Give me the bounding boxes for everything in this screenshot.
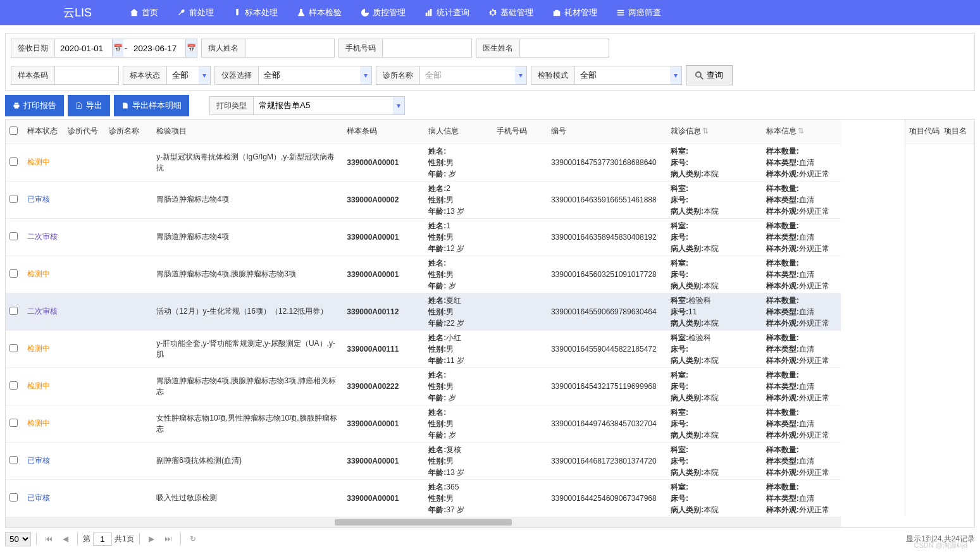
col-item-code[interactable]: 项目代码 bbox=[905, 120, 940, 144]
barcode-input[interactable] bbox=[55, 66, 118, 84]
row-checkbox[interactable] bbox=[9, 381, 18, 390]
last-page-button[interactable]: ⏭ bbox=[161, 532, 175, 546]
row-checkbox[interactable] bbox=[9, 157, 18, 166]
cell-visit-info: 科室:检验科床号:病人类别:本院 bbox=[667, 330, 762, 367]
row-checkbox[interactable] bbox=[9, 232, 18, 240]
date-label: 签收日期 bbox=[11, 39, 55, 57]
nav-preprocess[interactable]: 前处理 bbox=[177, 7, 214, 18]
table-scroll[interactable]: 样本状态 诊所代号 诊所名称 检验项目 样本条码 病人信息 手机号码 编号 就诊… bbox=[6, 120, 841, 527]
barchart-icon bbox=[425, 8, 433, 17]
row-checkbox[interactable] bbox=[9, 419, 18, 427]
doctor-input[interactable] bbox=[520, 39, 609, 57]
top-nav: 云LIS 首页 前处理 标本处理 样本检验 质控管理 统计查询 基础管理 耗材管… bbox=[0, 0, 980, 25]
patient-name-input[interactable] bbox=[245, 39, 334, 57]
briefcase-icon bbox=[552, 8, 561, 17]
col-clinic-code[interactable]: 诊所代号 bbox=[64, 120, 105, 144]
cell-clinic-code bbox=[64, 218, 105, 255]
col-visit-info[interactable]: 就诊信息⇅ bbox=[667, 120, 762, 144]
cell-sample-info: 样本数量:样本类型:血清样本外观:外观正常 bbox=[762, 405, 841, 442]
first-page-button[interactable]: ⏮ bbox=[42, 532, 56, 546]
table-row[interactable]: 二次审核活动（12月）y-生化常规（16项）（12.12抵用券）339000A0… bbox=[6, 293, 841, 330]
nav-consumable[interactable]: 耗材管理 bbox=[552, 7, 597, 18]
page-size-select[interactable]: 50 bbox=[5, 532, 31, 546]
cell-clinic-code bbox=[64, 144, 105, 181]
search-icon bbox=[695, 71, 704, 80]
nav-specimen[interactable]: 标本处理 bbox=[233, 7, 278, 18]
cell-test-item: y-肝功能全套,y-肾功能常规测定,y-尿酸测定（UA）,y-肌 bbox=[152, 330, 343, 367]
row-checkbox[interactable] bbox=[9, 307, 18, 315]
filter-bar: 签收日期 📅 - 📅 病人姓名 手机号码 医生姓名 样本条码 标本状态 ▾ 仪器… bbox=[5, 33, 975, 91]
calendar-icon[interactable]: 📅 bbox=[185, 39, 197, 57]
instrument-select[interactable] bbox=[259, 66, 360, 84]
select-all-checkbox[interactable] bbox=[9, 126, 18, 135]
row-checkbox[interactable] bbox=[9, 269, 18, 278]
print-report-button[interactable]: 打印报告 bbox=[5, 95, 64, 116]
row-checkbox[interactable] bbox=[9, 493, 18, 502]
table-row[interactable]: 已审核吸入性过敏原检测339000A00001姓名:365性别:男年龄:37 岁… bbox=[6, 479, 841, 517]
chevron-down-icon[interactable]: ▾ bbox=[393, 97, 404, 114]
cell-clinic-name bbox=[105, 293, 152, 330]
row-checkbox[interactable] bbox=[9, 195, 18, 203]
col-item-name[interactable]: 项目名 bbox=[940, 120, 974, 144]
col-patient-info[interactable]: 病人信息 bbox=[425, 120, 493, 144]
nav-basic[interactable]: 基础管理 bbox=[488, 7, 533, 18]
cell-visit-info: 科室:床号:病人类别:本院 bbox=[667, 181, 762, 218]
sort-icon: ⇅ bbox=[702, 126, 709, 135]
cell-phone bbox=[493, 218, 547, 255]
chevron-down-icon[interactable]: ▾ bbox=[199, 66, 210, 84]
table-row[interactable]: 检测中y-新型冠状病毒抗体检测（IgG/IgM）,y-新型冠状病毒抗339000… bbox=[6, 144, 841, 181]
cell-number: 3390001646359166551461888 bbox=[547, 181, 667, 218]
cell-status: 已审核 bbox=[23, 181, 65, 218]
horizontal-scrollbar[interactable] bbox=[6, 517, 841, 527]
table-row[interactable]: 检测中胃肠道肿瘤标志物4项,胰腺肿瘤标志物3项,肺癌相关标志339000A002… bbox=[6, 367, 841, 405]
table-row[interactable]: 已审核副肿瘤6项抗体检测(血清)339000A00001姓名:复核性别:男年龄:… bbox=[6, 442, 841, 479]
col-sample-info[interactable]: 标本信息⇅ bbox=[762, 120, 841, 144]
col-clinic-name[interactable]: 诊所名称 bbox=[105, 120, 152, 144]
col-number[interactable]: 编号 bbox=[547, 120, 667, 144]
chevron-down-icon[interactable]: ▾ bbox=[360, 66, 371, 84]
prev-page-button[interactable]: ◀ bbox=[58, 532, 72, 546]
mode-select[interactable] bbox=[575, 66, 670, 84]
date-to-input[interactable] bbox=[128, 39, 185, 57]
nav-stats[interactable]: 统计查询 bbox=[425, 7, 469, 18]
nav-home[interactable]: 首页 bbox=[130, 7, 158, 18]
col-test-item[interactable]: 检验项目 bbox=[152, 120, 343, 144]
table-row[interactable]: 检测中胃肠道肿瘤标志物4项,胰腺肿瘤标志物3项339000A00001姓名:性别… bbox=[6, 255, 841, 293]
query-button[interactable]: 查询 bbox=[686, 65, 733, 85]
clinic-select[interactable] bbox=[420, 66, 515, 84]
date-from-input[interactable] bbox=[55, 39, 112, 57]
next-page-button[interactable]: ▶ bbox=[145, 532, 159, 546]
nav-qc[interactable]: 质控管理 bbox=[361, 7, 406, 18]
table-row[interactable]: 二次审核胃肠道肿瘤标志物4项339000A00001姓名:1性别:男年龄:12 … bbox=[6, 218, 841, 255]
cell-barcode: 339000A00001 bbox=[343, 479, 425, 517]
table-row[interactable]: 检测中y-肝功能全套,y-肾功能常规测定,y-尿酸测定（UA）,y-肌33900… bbox=[6, 330, 841, 367]
col-phone[interactable]: 手机号码 bbox=[493, 120, 547, 144]
phone-input[interactable] bbox=[383, 39, 471, 57]
table-row[interactable]: 已审核胃肠道肿瘤标志物4项339000A00002姓名:2性别:男年龄:13 岁… bbox=[6, 181, 841, 218]
cell-sample-info: 样本数量:样本类型:血清样本外观:外观正常 bbox=[762, 442, 841, 479]
status-select[interactable] bbox=[167, 66, 199, 84]
print-type-select[interactable] bbox=[254, 97, 393, 114]
scrollbar-thumb[interactable] bbox=[335, 519, 512, 526]
clinic-label: 诊所名称 bbox=[376, 66, 420, 84]
cell-number: 3390001644681723801374720 bbox=[547, 442, 667, 479]
chevron-down-icon[interactable]: ▾ bbox=[515, 66, 526, 84]
chevron-down-icon[interactable]: ▾ bbox=[670, 66, 681, 84]
row-checkbox[interactable] bbox=[9, 344, 18, 352]
calendar-icon[interactable]: 📅 bbox=[112, 39, 123, 57]
nav-sample-test[interactable]: 样本检验 bbox=[297, 7, 342, 18]
cell-sample-info: 样本数量:样本类型:血清样本外观:外观正常 bbox=[762, 255, 841, 293]
cell-clinic-name bbox=[105, 218, 152, 255]
cell-clinic-code bbox=[64, 442, 105, 479]
col-barcode[interactable]: 样本条码 bbox=[343, 120, 425, 144]
export-detail-button[interactable]: 导出样本明细 bbox=[114, 95, 189, 116]
nav-screening[interactable]: 两癌筛查 bbox=[616, 7, 661, 18]
list-icon bbox=[616, 8, 625, 17]
table-row[interactable]: 检测中女性肿瘤标志物10项,男性肿瘤标志物10项,胰腺肿瘤标志339000A00… bbox=[6, 405, 841, 442]
col-status[interactable]: 样本状态 bbox=[23, 120, 65, 144]
export-button[interactable]: 导出 bbox=[68, 95, 110, 116]
page-number-input[interactable] bbox=[93, 532, 112, 546]
row-checkbox[interactable] bbox=[9, 456, 18, 464]
cell-sample-info: 样本数量:样本类型:血清样本外观:外观正常 bbox=[762, 181, 841, 218]
refresh-button[interactable]: ↻ bbox=[186, 532, 200, 546]
